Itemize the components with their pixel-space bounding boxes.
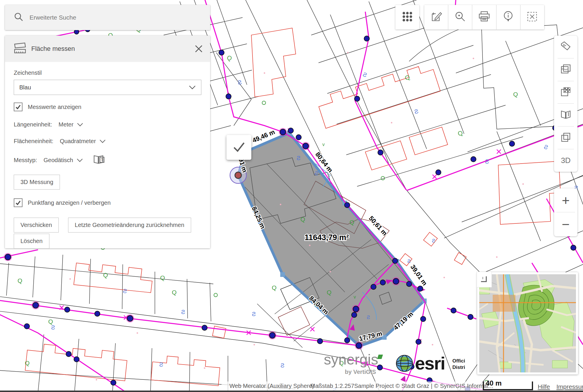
svg-text:v: v	[354, 294, 356, 299]
chevron-down-icon	[77, 121, 83, 128]
overlapping-maps-icon	[560, 64, 571, 75]
info-pin-icon	[502, 11, 514, 24]
grid-icon	[402, 11, 413, 24]
zoom-out-button[interactable]: −	[554, 212, 577, 236]
esri-subtext-1: Official	[452, 358, 465, 364]
confirm-measurement-button[interactable]	[226, 135, 251, 160]
svg-text:Ƨ: Ƨ	[159, 361, 163, 368]
snap-toggle-checkbox[interactable]	[14, 198, 23, 207]
statusbar-scale: Maßstab 1:2.257	[310, 383, 354, 389]
svg-text:Ƨ: Ƨ	[297, 155, 300, 161]
show-values-checkbox[interactable]	[14, 103, 23, 111]
checkmark-icon	[232, 141, 246, 154]
svg-text:Q: Q	[25, 360, 30, 366]
snap-toggle-row: Punktfang anzeigen / verbergen	[14, 198, 201, 207]
svg-text:Q: Q	[272, 284, 276, 291]
svg-text:Ƨ: Ƨ	[367, 315, 370, 320]
svg-text:Ƨ: Ƨ	[281, 362, 284, 369]
map-scalebar: 40 m	[482, 379, 535, 392]
measure-3d-button[interactable]: 3D Messung	[14, 175, 60, 190]
draw-style-label: Zeichenstil	[14, 70, 201, 76]
map-themes-button[interactable]	[554, 58, 577, 81]
app-grid-button[interactable]	[395, 5, 419, 30]
area-unit-row: Flächeneinheit: Quadratmeter	[14, 138, 201, 145]
svg-text:Ƨ: Ƨ	[407, 259, 411, 264]
synergis-logo-text: synergis	[324, 351, 378, 368]
area-unit-select[interactable]: Quadratmeter	[60, 138, 106, 145]
draw-style-select[interactable]: Blau	[14, 80, 201, 95]
transparency-button[interactable]	[554, 81, 577, 104]
map-toolbar	[424, 5, 544, 30]
esri-globe-icon	[396, 355, 413, 372]
area-ruler-icon	[14, 42, 27, 55]
area-unit-value: Quadratmeter	[60, 138, 96, 145]
zoom-controls: + −	[554, 188, 577, 236]
imprint-link[interactable]: Impressum	[556, 383, 583, 390]
esri-logo: esri Official Distributor	[395, 352, 465, 376]
measure-panel-header: Fläche messen	[5, 36, 210, 62]
undo-geometry-button[interactable]: Letzte Geometrieänderung zurücknehmen	[68, 218, 191, 233]
delete-button[interactable]: Löschen	[14, 234, 49, 249]
svg-text:Ƨ: Ƨ	[51, 324, 55, 331]
view-3d-button[interactable]: 3D	[554, 149, 577, 172]
length-unit-select[interactable]: Meter	[58, 121, 83, 128]
overview-map-content	[479, 274, 576, 372]
help-link[interactable]: Hilfe	[538, 383, 550, 390]
copy-map-button[interactable]	[554, 126, 577, 149]
snap-toggle-label: Punktfang anzeigen / verbergen	[28, 200, 111, 206]
svg-text:Q: Q	[18, 277, 22, 284]
zoom-in-button[interactable]: +	[554, 188, 577, 212]
overview-map[interactable]	[477, 272, 578, 374]
print-button[interactable]	[472, 5, 496, 30]
length-unit-label: Längeneinheit:	[14, 121, 52, 128]
measure-type-row: Messtyp: Geodätisch ?	[14, 155, 201, 166]
printer-icon	[478, 11, 490, 24]
statusbar-copyright: Sample Project © Stadt Graz | © SynerGIS…	[354, 383, 493, 389]
send-button[interactable]: Verschicken	[14, 218, 59, 233]
redlining-button[interactable]	[424, 5, 448, 30]
synergis-logo: synergis by VertiGIS	[324, 351, 388, 378]
bottom-edge-bar	[0, 391, 583, 392]
svg-text:Ƨ: Ƨ	[181, 309, 185, 315]
copy-icon	[561, 132, 571, 143]
close-icon[interactable]	[194, 44, 204, 54]
transparency-icon	[560, 87, 571, 98]
svg-text:Q: Q	[513, 91, 518, 98]
info-button[interactable]	[496, 5, 520, 30]
svg-text:Q: Q	[300, 216, 305, 223]
show-values-label: Messwerte anzeigen	[28, 104, 81, 110]
measure-type-select[interactable]: Geodätisch	[44, 157, 83, 164]
search-icon	[14, 12, 24, 23]
svg-text:Q: Q	[172, 289, 177, 296]
measure-panel-title: Fläche messen	[31, 45, 75, 53]
corner-arrow-icon	[479, 274, 489, 285]
help-book-icon[interactable]: ?	[93, 155, 106, 166]
area-unit-label: Flächeneinheit:	[14, 138, 53, 145]
esri-logo-text: esri	[415, 353, 445, 373]
overview-collapse-button[interactable]	[477, 272, 492, 287]
gis-application: QQ QQ QQ QQ QQQ QQQ QQ QQQQ vv ƧƧ ƧƧ ƧƧ …	[0, 0, 583, 392]
svg-text:?: ?	[101, 157, 103, 162]
svg-text:v: v	[322, 142, 325, 147]
show-values-row: Messwerte anzeigen	[14, 103, 201, 111]
svg-text:Q: Q	[350, 219, 354, 226]
zoom-select-button[interactable]	[448, 5, 472, 30]
measure-panel-body: Zeichenstil Blau Messwerte anzeigen	[5, 62, 210, 249]
legend-button[interactable]	[554, 104, 577, 126]
chevron-down-icon	[189, 84, 196, 91]
action-buttons-row: Verschicken Letzte Geometrieänderung zur…	[14, 218, 201, 233]
svg-text:Ƨ: Ƨ	[252, 311, 256, 317]
open-book-icon	[560, 110, 571, 120]
view-3d-label: 3D	[561, 156, 570, 165]
svg-text:Ƨ: Ƨ	[485, 158, 489, 165]
measure-type-value: Geodätisch	[44, 157, 73, 164]
labels-button[interactable]	[554, 36, 577, 58]
search-bar[interactable]	[5, 5, 210, 30]
magnifier-dot-icon	[454, 11, 466, 24]
search-input[interactable]	[29, 14, 194, 21]
svg-text:Q: Q	[103, 271, 108, 279]
clear-selection-button[interactable]	[520, 5, 544, 30]
tag-icon	[560, 41, 571, 52]
length-unit-row: Längeneinheit: Meter	[14, 121, 201, 128]
svg-text:Q: Q	[327, 289, 331, 296]
